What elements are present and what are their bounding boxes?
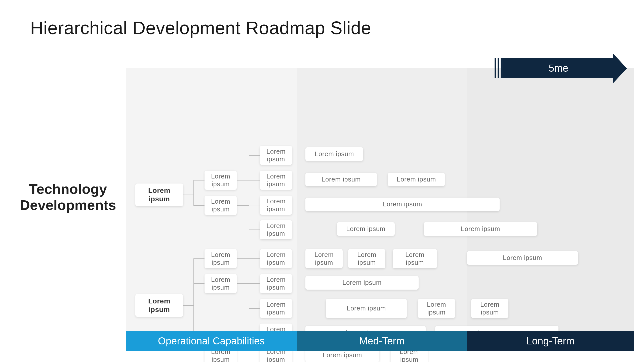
- bar-a-r3-1: Lorem ipsum: [305, 198, 500, 211]
- axis-col-longterm: Long-Term: [467, 331, 634, 351]
- side-category-label: Technology Developments: [15, 181, 121, 213]
- axis-col-operational: Operational Capabilities: [126, 331, 297, 351]
- arrow-stripes-icon: [495, 58, 502, 78]
- bar-a-r4-2: Lorem ipsum: [424, 222, 537, 236]
- axis-col-medterm: Med-Term: [297, 331, 467, 351]
- arrow-label: 5me: [503, 58, 614, 78]
- bar-a-r2-2: Lorem ipsum: [388, 173, 445, 186]
- bar-a-r1-1: Lorem ipsum: [305, 147, 363, 161]
- arrow-head-icon: [613, 54, 627, 83]
- bar-b-r1-1: Lorem ipsum: [305, 249, 343, 268]
- bar-b-r3-3: Lorem ipsum: [471, 299, 508, 318]
- bar-b-r3-1: Lorem ipsum: [326, 299, 407, 318]
- node-b2: Lorem ipsum: [205, 274, 237, 293]
- bar-b-r1-3: Lorem ipsum: [393, 249, 437, 268]
- node-b1-1: Lorem ipsum: [260, 249, 292, 268]
- bar-b-r2-1: Lorem ipsum: [305, 276, 419, 290]
- node-a2-2: Lorem ipsum: [260, 220, 292, 239]
- node-a1: Lorem ipsum: [205, 171, 237, 190]
- bar-b-r1-2: Lorem ipsum: [348, 249, 385, 268]
- bar-a-r4-1: Lorem ipsum: [337, 222, 395, 236]
- root-a: Lorem ipsum: [135, 184, 183, 206]
- node-a1-2: Lorem ipsum: [260, 171, 292, 190]
- node-b2-2: Lorem ipsum: [260, 299, 292, 318]
- timeline-arrow: 5me: [493, 50, 634, 85]
- node-b2-1: Lorem ipsum: [260, 274, 292, 293]
- node-b1: Lorem ipsum: [205, 249, 237, 268]
- phase-axis: Operational Capabilities Med-Term Long-T…: [126, 331, 634, 351]
- root-b: Lorem ipsum: [135, 294, 183, 317]
- bar-b-r3-2: Lorem ipsum: [418, 299, 455, 318]
- node-a2: Lorem ipsum: [205, 196, 237, 215]
- slide-title: Hierarchical Development Roadmap Slide: [30, 18, 371, 38]
- node-a1-1: Lorem ipsum: [260, 146, 292, 165]
- bar-b-r1-4: Lorem ipsum: [467, 251, 578, 265]
- bar-a-r2-1: Lorem ipsum: [305, 173, 377, 186]
- node-a2-1: Lorem ipsum: [260, 196, 292, 215]
